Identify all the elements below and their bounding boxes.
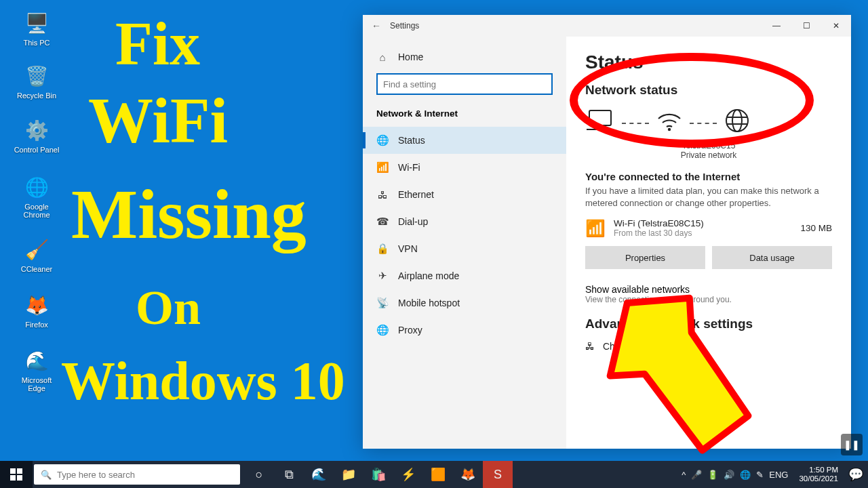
taskbar-edge[interactable]: 🌊 bbox=[304, 461, 334, 488]
show-available-networks[interactable]: Show available networks bbox=[585, 284, 832, 295]
maximize-button[interactable]: ☐ bbox=[791, 15, 821, 37]
sidebar-home[interactable]: ⌂ Home bbox=[363, 43, 566, 70]
desktop-icon-recycle-bin[interactable]: 🗑️ Recycle Bin bbox=[14, 62, 60, 100]
taskbar-explorer[interactable]: 📁 bbox=[334, 461, 363, 488]
desktop-icon-edge[interactable]: 🌊 Microsoft Edge bbox=[14, 347, 60, 392]
taskbar-recorder[interactable]: S bbox=[483, 461, 513, 488]
settings-window: ← Settings — ☐ ✕ ⌂ Home Network & Intern… bbox=[363, 15, 851, 449]
desktop-icon-ccleaner[interactable]: 🧹 CCleaner bbox=[14, 236, 60, 273]
vpn-icon: 🔒 bbox=[376, 243, 389, 255]
network-name: TelstraE08C15 Private network bbox=[585, 141, 832, 160]
svg-rect-0 bbox=[589, 110, 611, 125]
home-icon: ⌂ bbox=[376, 51, 389, 63]
network-diagram bbox=[585, 107, 832, 140]
overlay-line2: WiFi bbox=[88, 88, 228, 153]
tray-network-icon[interactable]: 🌐 bbox=[740, 470, 751, 480]
sidebar-section-label: Network & Internet bbox=[363, 104, 566, 127]
taskbar-notifications[interactable]: 💬 bbox=[844, 461, 868, 488]
sidebar-item-airplane[interactable]: ✈Airplane mode bbox=[363, 262, 566, 289]
ethernet-icon: 🖧 bbox=[376, 188, 389, 201]
system-tray[interactable]: ^ 🎤 🔋 🔊 🌐 ✎ ENG bbox=[676, 470, 793, 480]
wifi-usage-amount: 130 MB bbox=[800, 223, 832, 233]
desktop-icon-chrome[interactable]: 🌐 Google Chrome bbox=[14, 174, 60, 219]
wifi-usage-row: 📶 Wi-Fi (TelstraE08C15) From the last 30… bbox=[585, 218, 832, 238]
desktop-icon-firefox[interactable]: 🦊 Firefox bbox=[14, 291, 60, 329]
sidebar-item-ethernet[interactable]: 🖧Ethernet bbox=[363, 181, 566, 208]
taskbar-clock[interactable]: 1:50 PM 30/05/2021 bbox=[793, 466, 844, 483]
clock-date: 30/05/2021 bbox=[799, 474, 838, 483]
tray-volume-icon[interactable]: 🔊 bbox=[724, 470, 734, 480]
desktop-icon-label: This PC bbox=[14, 39, 60, 47]
overlay-line3: Missing bbox=[71, 179, 307, 249]
firefox-icon: 🦊 bbox=[23, 291, 50, 319]
minimize-button[interactable]: — bbox=[762, 15, 791, 37]
desktop-icon-label: Google Chrome bbox=[14, 203, 60, 219]
taskbar-taskview[interactable]: ⧉ bbox=[274, 461, 304, 488]
close-button[interactable]: ✕ bbox=[821, 15, 851, 37]
svg-point-3 bbox=[732, 110, 742, 131]
control-panel-icon: ⚙️ bbox=[23, 117, 50, 144]
connected-title: You're connected to the Internet bbox=[585, 171, 832, 182]
svg-point-1 bbox=[668, 128, 671, 131]
desktop-icon-label: Recycle Bin bbox=[14, 92, 60, 100]
pause-indicator: ❚❚ bbox=[841, 434, 863, 455]
chrome-icon: 🌐 bbox=[23, 174, 50, 201]
overlay-line1: Fix bbox=[115, 14, 200, 75]
status-icon: 🌐 bbox=[376, 134, 389, 146]
recycle-bin-icon: 🗑️ bbox=[23, 62, 50, 89]
search-icon: 🔍 bbox=[41, 470, 52, 480]
settings-sidebar: ⌂ Home Network & Internet 🌐Status 📶Wi-Fi… bbox=[363, 37, 566, 449]
taskbar-app1[interactable]: ⚡ bbox=[393, 461, 423, 488]
sidebar-item-hotspot[interactable]: 📡Mobile hotspot bbox=[363, 289, 566, 317]
sidebar-item-label: Mobile hotspot bbox=[398, 298, 460, 308]
sidebar-item-status[interactable]: 🌐Status bbox=[363, 127, 566, 154]
sidebar-home-label: Home bbox=[398, 52, 423, 62]
taskbar-store[interactable]: 🛍️ bbox=[363, 461, 393, 488]
tray-chevron-icon[interactable]: ^ bbox=[682, 470, 686, 480]
desktop-icon-label: CCleaner bbox=[14, 265, 60, 273]
pc-icon: 🖥️ bbox=[23, 9, 50, 37]
desktop-icon-label: Microsoft Edge bbox=[14, 376, 60, 392]
desktop-icon-this-pc[interactable]: 🖥️ This PC bbox=[14, 9, 60, 47]
dialup-icon: ☎ bbox=[376, 216, 389, 228]
sidebar-item-label: Proxy bbox=[398, 325, 422, 336]
back-button[interactable]: ← bbox=[363, 20, 390, 31]
change-adapter-label: Change adapter options bbox=[603, 341, 704, 352]
taskbar-search-placeholder: Type here to search bbox=[57, 470, 135, 480]
properties-button[interactable]: Properties bbox=[585, 246, 705, 269]
desktop-icon-label: Firefox bbox=[14, 321, 60, 329]
desktop-icon-control-panel[interactable]: ⚙️ Control Panel bbox=[14, 117, 60, 154]
settings-search-input[interactable] bbox=[376, 73, 553, 95]
sidebar-item-label: Status bbox=[398, 135, 425, 146]
overlay-line5: Windows 10 bbox=[61, 354, 345, 408]
sidebar-item-label: Ethernet bbox=[398, 189, 434, 200]
sidebar-item-vpn[interactable]: 🔒VPN bbox=[363, 235, 566, 262]
taskbar-search[interactable]: 🔍 Type here to search bbox=[34, 464, 240, 485]
show-available-sub: View the connection options around you. bbox=[585, 295, 832, 304]
wifi-sublabel: From the last 30 days bbox=[614, 228, 792, 238]
sidebar-item-label: Airplane mode bbox=[398, 270, 459, 281]
proxy-icon: 🌐 bbox=[376, 324, 389, 336]
tray-pen-icon[interactable]: ✎ bbox=[756, 470, 764, 480]
sidebar-item-proxy[interactable]: 🌐Proxy bbox=[363, 317, 566, 344]
taskbar-office[interactable]: 🟧 bbox=[423, 461, 453, 488]
wifi-node-icon bbox=[656, 111, 683, 137]
start-button[interactable] bbox=[0, 461, 33, 488]
svg-point-2 bbox=[726, 110, 748, 131]
tray-battery-icon[interactable]: 🔋 bbox=[707, 470, 718, 480]
titlebar: ← Settings — ☐ ✕ bbox=[363, 15, 851, 37]
tray-language[interactable]: ENG bbox=[769, 470, 788, 480]
data-usage-button[interactable]: Data usage bbox=[712, 246, 832, 269]
sidebar-item-label: VPN bbox=[398, 243, 418, 254]
airplane-icon: ✈ bbox=[376, 270, 389, 282]
tray-mic-icon[interactable]: 🎤 bbox=[691, 470, 702, 480]
adapter-icon: 🖧 bbox=[585, 341, 595, 352]
taskbar-firefox[interactable]: 🦊 bbox=[453, 461, 483, 488]
taskbar: 🔍 Type here to search ○ ⧉ 🌊 📁 🛍️ ⚡ 🟧 🦊 S… bbox=[0, 461, 868, 488]
change-adapter-options[interactable]: 🖧 Change adapter options bbox=[585, 341, 832, 352]
sidebar-item-wifi[interactable]: 📶Wi-Fi bbox=[363, 154, 566, 181]
ccleaner-icon: 🧹 bbox=[23, 236, 50, 263]
sidebar-item-dialup[interactable]: ☎Dial-up bbox=[363, 208, 566, 235]
svg-rect-8 bbox=[17, 475, 22, 481]
taskbar-cortana[interactable]: ○ bbox=[244, 461, 274, 488]
